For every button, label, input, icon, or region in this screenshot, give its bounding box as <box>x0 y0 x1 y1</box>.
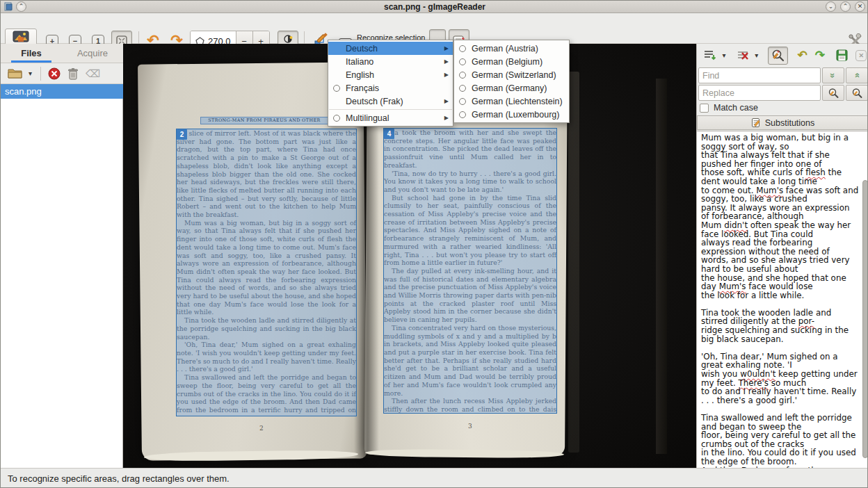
tab-files[interactable]: Files <box>1 44 62 63</box>
radio-icon <box>459 72 469 79</box>
maximize-button[interactable]: ⌃ <box>840 1 851 12</box>
radio-icon <box>459 45 469 52</box>
submenu-arrow-icon: ▶ <box>444 98 449 104</box>
strip-icon <box>736 49 750 62</box>
language-menu: Deutsch▶Italiano▶English▶FrançaisDeutsch… <box>328 40 453 127</box>
selection-badge-2: 2 <box>177 129 187 140</box>
left-page-number: 2 <box>259 425 264 432</box>
output-toolbar: ▾ ▾ ↶ ↷ ✕ <box>697 44 868 67</box>
window-title: scan.png - gImageReader <box>1 1 868 13</box>
close-button[interactable]: ✕ <box>855 1 865 12</box>
submenu-item-german-germany[interactable]: German (Germany) <box>454 81 569 95</box>
output-text-area[interactable]: Mum was a big woman, but big in a soggy … <box>697 131 868 468</box>
menu-item-multilingual[interactable]: Multilingual▶ <box>328 111 453 124</box>
submenu-item-german-switzerland[interactable]: German (Switzerland) <box>454 68 569 81</box>
menu-separator <box>329 109 452 110</box>
delete-image-button[interactable] <box>67 67 79 80</box>
minimize-button[interactable]: ⌄ <box>826 1 836 12</box>
tab-acquire[interactable]: Acquire <box>62 44 123 63</box>
right-page-number: 3 <box>468 423 472 430</box>
find-next-button[interactable]: » <box>822 67 844 83</box>
match-case-checkbox[interactable] <box>700 104 709 113</box>
running-head-text: STRONG-MAN FROM PIRAEUS AND OTHER STORIE… <box>208 117 320 124</box>
radio-icon <box>459 98 469 105</box>
find-replace-toggle[interactable] <box>768 47 788 65</box>
redo-button[interactable]: ↷ <box>811 47 828 65</box>
undo-button[interactable]: ↶ <box>794 47 811 65</box>
substitutions-button[interactable]: Substitutions <box>697 115 868 130</box>
match-case-option[interactable]: Match case <box>700 103 758 113</box>
submenu-item-german-belgium[interactable]: German (Belgium) <box>454 55 569 68</box>
menu-item-italiano[interactable]: Italiano▶ <box>328 55 453 68</box>
menu-item-english[interactable]: English▶ <box>328 68 453 81</box>
files-toolbar: ▾ ⌫ <box>1 63 123 84</box>
status-message: To recognize specific areas, drag rectan… <box>8 473 230 484</box>
menu-item-deutsch[interactable]: Deutsch▶ <box>328 42 453 55</box>
submenu-arrow-icon: ▶ <box>444 115 449 121</box>
find-next-icon: » <box>828 73 838 78</box>
add-images-dropdown[interactable]: ▾ <box>29 70 32 77</box>
replace-all-button[interactable] <box>846 85 868 101</box>
submenu-item-label: German (Liechtenstein) <box>469 97 565 106</box>
radio-icon <box>459 85 469 92</box>
page-bottom-edge-right <box>365 449 564 458</box>
insert-mode-dropdown[interactable]: ▾ <box>720 47 728 65</box>
insert-mode-button[interactable] <box>700 47 720 65</box>
trash-icon <box>67 67 79 80</box>
insert-mode-icon <box>703 49 717 62</box>
submenu-item-label: German (Germany) <box>469 83 565 93</box>
menu-item-label: English <box>344 70 444 80</box>
find-prev-icon: » <box>851 73 862 78</box>
selection-region-running-head[interactable]: STRONG-MAN FROM PIRAEUS AND OTHER STORIE… <box>200 117 328 124</box>
submenu-item-label: German (Luxembourg) <box>469 110 565 120</box>
gimagereader-window: ⌃ scan.png - gImageReader ⌄ ⌃ ✕ ▾ + − 1 … <box>0 0 868 488</box>
submenu-arrow-icon: ▶ <box>444 45 449 51</box>
find-replace-icon <box>771 49 785 63</box>
replace-all-icon <box>851 88 863 99</box>
replace-button[interactable] <box>822 85 844 101</box>
substitutions-icon <box>751 117 762 128</box>
panel-tabs: Files Acquire <box>1 44 123 63</box>
file-list-item[interactable]: scan.png <box>1 84 123 99</box>
submenu-arrow-icon: ▶ <box>444 72 449 78</box>
selection-region-2[interactable] <box>176 129 357 416</box>
selection-region-4[interactable] <box>383 128 557 414</box>
backspace-icon: ⌫ <box>86 67 100 80</box>
german-submenu: German (Austria)German (Belgium)German (… <box>453 40 570 123</box>
submenu-item-german-austria[interactable]: German (Austria) <box>454 42 569 55</box>
open-image-icon <box>13 31 29 44</box>
submenu-item-label: German (Switzerland) <box>469 70 565 80</box>
clear-output-button[interactable]: ✕ <box>853 47 868 65</box>
strip-crlf-button[interactable] <box>734 47 753 65</box>
replace-row <box>698 85 868 101</box>
menu-item-deutsch-frak[interactable]: Deutsch (Frak)▶ <box>328 95 453 108</box>
title-bar[interactable]: ⌃ scan.png - gImageReader ⌄ ⌃ ✕ <box>1 1 868 13</box>
menu-item-label: Italiano <box>344 57 444 67</box>
remove-image-button[interactable] <box>48 67 61 80</box>
files-panel: Files Acquire ▾ ⌫ scan.png <box>1 44 123 468</box>
shade-window-button[interactable]: ⌃ <box>16 1 26 12</box>
find-input[interactable] <box>698 67 821 83</box>
replace-icon <box>828 88 839 99</box>
find-prev-button[interactable]: » <box>846 67 868 83</box>
submenu-item-german-liechtenstein[interactable]: German (Liechtenstein) <box>454 95 569 108</box>
radio-icon <box>333 85 344 92</box>
book-cover-edge <box>656 79 667 454</box>
strip-crlf-dropdown[interactable]: ▾ <box>753 47 761 65</box>
folder-icon <box>8 67 23 79</box>
undo-icon: ↶ <box>797 48 807 63</box>
add-images-button[interactable] <box>8 67 23 79</box>
replace-input[interactable] <box>698 85 821 101</box>
status-bar: To recognize specific areas, drag rectan… <box>1 468 868 488</box>
submenu-item-german-luxembourg[interactable]: German (Luxembourg) <box>454 108 569 121</box>
menu-item-label: Deutsch <box>344 44 444 54</box>
output-scrollbar-thumb[interactable] <box>862 180 868 458</box>
radio-icon <box>459 111 469 118</box>
clear-files-button[interactable]: ⌫ <box>86 67 100 80</box>
redo-icon: ↷ <box>815 48 825 63</box>
save-output-button[interactable] <box>833 47 850 65</box>
submenu-item-label: German (Belgium) <box>469 57 565 67</box>
submenu-item-label: German (Austria) <box>469 44 565 54</box>
submenu-arrow-icon: ▶ <box>444 58 449 65</box>
menu-item-fran-ais[interactable]: Français <box>328 81 453 95</box>
